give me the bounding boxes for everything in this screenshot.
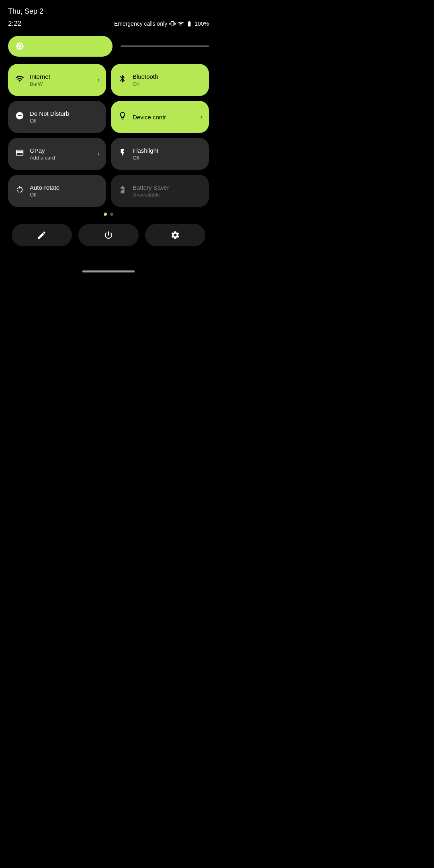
tile-do-not-disturb[interactable]: Do Not Disturb Off — [8, 101, 106, 133]
gpay-chevron: › — [98, 150, 100, 158]
tile-battery-saver[interactable]: Battery Saver Unavailable — [111, 175, 209, 207]
page-dot-2[interactable] — [110, 213, 113, 216]
tile-auto-rotate[interactable]: Auto-rotate Off — [8, 175, 106, 207]
battery-saver-title: Battery Saver — [133, 184, 169, 191]
tile-flashlight[interactable]: Flashlight Off — [111, 138, 209, 170]
auto-rotate-title: Auto-rotate — [30, 184, 59, 191]
power-icon — [104, 230, 113, 240]
internet-icon — [15, 74, 24, 86]
brightness-icon — [15, 42, 24, 51]
internet-title: Internet — [30, 73, 50, 80]
page-dot-1[interactable] — [104, 213, 107, 216]
tile-internet[interactable]: Internet BarW › — [8, 64, 106, 96]
settings-button[interactable] — [145, 224, 205, 246]
time-display: 2:22 — [8, 20, 21, 28]
tiles-grid: Internet BarW › Bluetooth On Do Not Dist… — [0, 64, 217, 207]
settings-icon — [170, 230, 180, 240]
battery-percent: 100% — [194, 20, 209, 27]
tile-gpay[interactable]: GPay Add a card › — [8, 138, 106, 170]
bluetooth-title: Bluetooth — [133, 73, 158, 80]
bottom-buttons — [0, 224, 217, 258]
flashlight-subtitle: Off — [133, 155, 158, 161]
page-dots — [0, 213, 217, 216]
gpay-title: GPay — [30, 147, 55, 154]
emergency-text: Emergency calls only — [114, 20, 167, 27]
dnd-icon — [15, 111, 24, 123]
flashlight-title: Flashlight — [133, 147, 158, 154]
power-button[interactable] — [78, 224, 139, 246]
battery-saver-subtitle: Unavailable — [133, 192, 169, 198]
dnd-title: Do Not Disturb — [30, 110, 69, 117]
gpay-icon — [15, 148, 24, 160]
bluetooth-subtitle: On — [133, 81, 158, 87]
internet-subtitle: BarW — [30, 81, 50, 87]
battery-icon — [186, 20, 192, 27]
auto-rotate-subtitle: Off — [30, 192, 59, 198]
brightness-row — [8, 36, 209, 57]
edit-icon — [37, 230, 47, 240]
status-bar: Thu, Sep 2 2:22 Emergency calls only 100… — [0, 0, 217, 36]
tile-device-controls[interactable]: Device contr › — [111, 101, 209, 133]
wifi-icon — [178, 20, 184, 27]
edit-button[interactable] — [12, 224, 72, 246]
device-controls-chevron: › — [201, 113, 203, 121]
flashlight-icon — [118, 148, 127, 160]
vibrate-icon — [169, 20, 176, 27]
bluetooth-icon — [118, 74, 127, 86]
battery-saver-icon — [118, 185, 127, 197]
internet-chevron: › — [98, 76, 100, 84]
brightness-slider[interactable] — [121, 45, 209, 47]
date-display: Thu, Sep 2 — [8, 7, 209, 16]
tile-bluetooth[interactable]: Bluetooth On — [111, 64, 209, 96]
home-bar[interactable] — [82, 270, 135, 272]
auto-rotate-icon — [15, 185, 24, 197]
gpay-subtitle: Add a card — [30, 155, 55, 161]
brightness-control[interactable] — [8, 36, 113, 57]
home-indicator-area — [0, 270, 217, 279]
status-icons: Emergency calls only 100% — [114, 20, 209, 27]
device-controls-title: Device contr — [133, 114, 166, 121]
dnd-subtitle: Off — [30, 118, 69, 124]
device-controls-icon — [118, 111, 127, 123]
